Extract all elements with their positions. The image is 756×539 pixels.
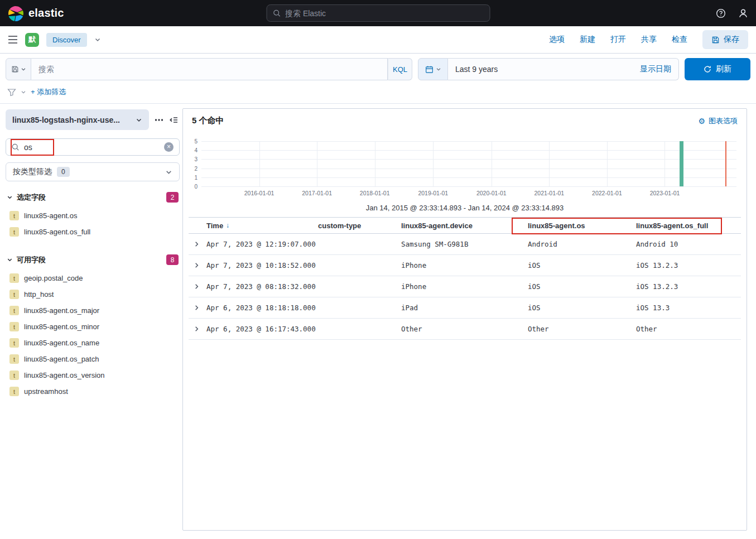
header-actions: [716, 8, 748, 18]
nav-item-options[interactable]: 选项: [549, 35, 565, 45]
calendar-icon: [425, 65, 434, 74]
y-axis-tick: 3: [194, 156, 198, 162]
expand-row-icon[interactable]: [189, 305, 204, 311]
collapse-sidebar-icon[interactable]: [169, 116, 178, 124]
grid-line: [201, 177, 736, 178]
user-menu-icon[interactable]: [738, 8, 748, 18]
field-item[interactable]: t geoip.postal_code: [6, 270, 180, 286]
field-item[interactable]: t linux85-agent.os_name: [6, 335, 180, 351]
table-row: Apr 7, 2023 @ 08:18:32.000 iPhone iOS iO…: [189, 276, 741, 297]
cell-time: Apr 6, 2023 @ 18:18:18.000: [204, 304, 316, 312]
column-header-custom-type[interactable]: custom-type: [316, 222, 399, 230]
grid-line: [201, 186, 736, 187]
grid-line: [607, 141, 608, 186]
cell-os: Other: [526, 325, 634, 333]
cell-device: Samsung SM-G981B: [399, 240, 526, 248]
nav-item-new[interactable]: 新建: [580, 35, 595, 45]
field-item[interactable]: t linux85-agent.os_minor: [6, 319, 180, 335]
chevron-down-icon[interactable]: [94, 36, 101, 43]
selected-fields-section-header[interactable]: 选定字段 2: [6, 192, 180, 203]
time-range-label: Jan 14, 2015 @ 23:33:14.893 - Jan 14, 20…: [183, 204, 747, 212]
add-filter-button[interactable]: + 添加筛选: [31, 87, 66, 97]
chart-options-button[interactable]: ⚙ 图表选项: [698, 116, 738, 126]
elastic-logo[interactable]: elastic: [8, 6, 64, 21]
x-axis-tick: 2021-01-01: [534, 190, 564, 196]
nav-item-share[interactable]: 共享: [641, 35, 657, 45]
field-search-input[interactable]: [24, 143, 160, 152]
column-header-time[interactable]: Time ↓: [204, 222, 316, 230]
expand-row-icon[interactable]: [189, 326, 204, 332]
filter-by-type-dropdown[interactable]: 按类型筛选 0: [6, 162, 180, 181]
y-axis-tick: 4: [194, 147, 198, 153]
filter-icon[interactable]: [7, 88, 16, 97]
space-avatar[interactable]: 默: [25, 33, 39, 47]
refresh-button[interactable]: 刷新: [685, 58, 750, 80]
nav-item-open[interactable]: 打开: [610, 35, 626, 45]
cell-os-full: iOS 13.2.3: [634, 282, 741, 291]
expand-row-icon[interactable]: [189, 262, 204, 268]
table-row: Apr 6, 2023 @ 16:17:43.000 Other Other O…: [189, 319, 741, 340]
cell-time: Apr 7, 2023 @ 08:18:32.000: [204, 282, 316, 291]
global-search-input[interactable]: [285, 9, 483, 18]
available-fields-list: t geoip.postal_code t http_host t linux8…: [6, 270, 180, 400]
index-pattern-selector[interactable]: linux85-logstash-nginx-use...: [6, 109, 149, 130]
menu-hamburger-icon[interactable]: [8, 36, 18, 44]
string-field-type-icon: t: [9, 273, 19, 283]
field-item[interactable]: t upstreamhost: [6, 383, 180, 400]
chevron-down-icon: [165, 169, 172, 176]
gear-icon: ⚙: [698, 117, 705, 125]
table-row: Apr 7, 2023 @ 10:18:52.000 iPhone iOS iO…: [189, 255, 741, 276]
app-nav-bar: 默 Discover 选项 新建 打开 共享 检查 保存: [0, 26, 756, 54]
breadcrumb-discover[interactable]: Discover: [46, 33, 87, 47]
time-range-value[interactable]: Last 9 years: [455, 65, 498, 74]
grid-line: [259, 141, 260, 186]
show-dates-button[interactable]: 显示日期: [640, 64, 671, 74]
chevron-down-icon: [7, 257, 13, 263]
help-icon[interactable]: [716, 8, 726, 18]
grid-line: [433, 141, 434, 186]
column-header-device[interactable]: linux85-agent.device: [399, 222, 526, 230]
query-input[interactable]: [38, 65, 380, 74]
clear-search-icon[interactable]: ×: [164, 142, 174, 152]
expand-row-icon[interactable]: [189, 283, 204, 290]
table-row: Apr 6, 2023 @ 18:18:18.000 iPad iOS iOS …: [189, 297, 741, 319]
field-item[interactable]: t http_host: [6, 286, 180, 302]
time-range-display[interactable]: Last 9 years 显示日期: [448, 58, 679, 80]
field-settings-icon[interactable]: [155, 116, 163, 124]
histogram-plot-area[interactable]: 5 4 3 2 1 0 2016-01-01 2017-01-01 2018-0…: [201, 141, 736, 186]
cell-os: iOS: [526, 282, 634, 291]
save-button[interactable]: 保存: [702, 30, 748, 49]
field-item[interactable]: t linux85-agent.os_major: [6, 302, 180, 319]
save-icon: [711, 36, 720, 44]
field-item[interactable]: t linux85-agent.os_full: [6, 224, 180, 240]
saved-query-menu-button[interactable]: [6, 58, 31, 80]
grid-line: [201, 150, 736, 151]
chevron-down-icon: [136, 117, 142, 123]
histogram-bar[interactable]: [680, 141, 683, 186]
search-icon: [273, 9, 281, 17]
cell-time: Apr 7, 2023 @ 10:18:52.000: [204, 261, 316, 270]
cell-time: Apr 6, 2023 @ 16:17:43.000: [204, 325, 316, 333]
column-header-os-full[interactable]: linux85-agent.os_full: [634, 222, 741, 230]
sort-descending-icon[interactable]: ↓: [226, 222, 229, 229]
date-picker-button[interactable]: [418, 58, 448, 80]
column-header-os[interactable]: linux85-agent.os: [526, 222, 634, 230]
x-axis-tick: 2023-01-01: [650, 190, 680, 196]
field-item[interactable]: t linux85-agent.os: [6, 208, 180, 224]
nav-item-inspect[interactable]: 检查: [672, 35, 687, 45]
global-search-box[interactable]: [266, 4, 490, 22]
available-fields-section-header[interactable]: 可用字段 8: [6, 254, 180, 265]
field-item[interactable]: t linux85-agent.os_version: [6, 367, 180, 383]
global-header: elastic: [0, 0, 756, 26]
expand-row-icon[interactable]: [189, 241, 204, 247]
query-language-button[interactable]: KQL: [388, 58, 412, 80]
field-search-box: ×: [6, 138, 180, 156]
chevron-down-icon: [7, 194, 13, 200]
cell-device: iPad: [399, 304, 526, 312]
field-item[interactable]: t linux85-agent.os_patch: [6, 351, 180, 367]
kql-query-box: [31, 58, 388, 80]
grid-line: [201, 141, 736, 142]
cell-os: iOS: [526, 304, 634, 312]
grid-line: [375, 141, 375, 186]
chevron-down-icon[interactable]: [21, 89, 26, 95]
